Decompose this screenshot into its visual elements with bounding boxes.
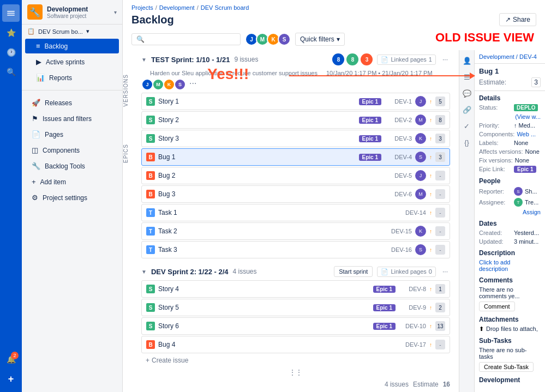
issue-row-dev6[interactable]: B Bug 3 DEV-6 M ↑ - bbox=[141, 185, 450, 203]
description-placeholder[interactable]: Click to add description bbox=[479, 259, 541, 272]
panel-icon-person[interactable]: 👤 bbox=[461, 55, 473, 67]
issue-name: Bug 4 bbox=[158, 341, 276, 348]
backlog-icon: ≡ bbox=[36, 42, 40, 50]
sidebar-item-components[interactable]: ◫ Components bbox=[25, 143, 119, 158]
team-more-icon[interactable]: ··· bbox=[189, 79, 196, 91]
icon-sidebar: ⭐ 🕐 🔍 🔔 2 + bbox=[0, 0, 22, 392]
estimate-label: Estimate: bbox=[479, 79, 506, 86]
no-subtasks-text: There are no sub-tasks bbox=[479, 347, 541, 360]
epic-badge: Epic 1 bbox=[373, 323, 396, 330]
sprint-1-toggle: ▼ bbox=[141, 57, 147, 63]
issue-row-dev8[interactable]: S Story 4 Epic 1 DEV-8 ↑ 1 bbox=[141, 280, 450, 298]
issue-avatar: J bbox=[415, 170, 426, 181]
estimate-value[interactable]: 3 bbox=[531, 77, 541, 87]
issue-id: DEV-3 bbox=[385, 135, 412, 142]
breadcrumb-development[interactable]: Development bbox=[159, 4, 195, 11]
description-field[interactable]: Click to add description bbox=[475, 258, 545, 273]
recent-icon[interactable]: 🕐 bbox=[2, 44, 20, 61]
issue-name: Bug 3 bbox=[158, 190, 268, 198]
star-icon[interactable]: ⭐ bbox=[2, 24, 20, 41]
issue-row-dev4[interactable]: B Bug 1 Epic 1 DEV-4 S ↑ 3 bbox=[141, 148, 450, 166]
panel-icon-link[interactable]: 🔗 bbox=[461, 104, 473, 116]
issue-avatar: M bbox=[415, 189, 426, 200]
sprint-2-linked-pages[interactable]: 📄 Linked pages 0 bbox=[377, 267, 436, 277]
comment-button[interactable]: Comment bbox=[479, 301, 515, 311]
epic-field: Epic Link: Epic 1 bbox=[475, 165, 545, 174]
updated-field: Updated: 3 minut... bbox=[475, 237, 545, 246]
share-button[interactable]: ↗ Share bbox=[499, 13, 536, 26]
backlog-tools-icon: 🔧 bbox=[32, 162, 40, 170]
avatar-4[interactable]: S bbox=[278, 33, 291, 46]
sprint-1-header[interactable]: ▼ TEST Sprint: 1/10 - 1/21 9 issues 8 8 … bbox=[141, 50, 450, 69]
issue-row-dev3[interactable]: S Story 3 Epic 1 DEV-3 K ↑ 3 bbox=[141, 130, 450, 147]
sidebar-item-issues[interactable]: ⚑ Issues and filters bbox=[25, 111, 119, 126]
issue-row-dev15[interactable]: T Task 2 DEV-15 K ↑ - bbox=[141, 222, 450, 240]
team-avatar-4[interactable]: S bbox=[174, 79, 186, 91]
search-box[interactable]: 🔍 bbox=[131, 33, 241, 45]
create-issue-sprint2[interactable]: +Create issue bbox=[141, 354, 450, 366]
project-header[interactable]: 🔧 Development Software project ▾ bbox=[22, 0, 122, 25]
issue-row-dev5[interactable]: B Bug 2 DEV-5 J ↑ - bbox=[141, 167, 450, 184]
priority-icon: ↑ bbox=[429, 173, 432, 179]
avatar-group: J M K S bbox=[245, 33, 291, 46]
panel-breadcrumb[interactable]: Development / DEV-4 bbox=[479, 53, 537, 60]
separator[interactable]: ⋮⋮ bbox=[141, 366, 450, 378]
notification-icon[interactable]: 🔔 2 bbox=[2, 351, 20, 368]
team-avatar-2[interactable]: M bbox=[152, 79, 164, 91]
sidebar-item-reports[interactable]: 📊 Reports bbox=[25, 70, 119, 85]
sprint-1-more[interactable]: ··· bbox=[440, 55, 450, 64]
sidebar-item-pages[interactable]: 📄 Pages bbox=[25, 127, 119, 142]
home-icon[interactable] bbox=[2, 4, 20, 22]
breadcrumb-projects[interactable]: Projects bbox=[131, 4, 153, 11]
sprint-1-dates: 10/Jan/20 1:17 PM • 21/Jan/20 1:17 PM bbox=[326, 70, 433, 76]
issue-row-dev9[interactable]: S Story 5 Epic 1 DEV-9 ↑ 2 bbox=[141, 299, 450, 316]
panel-icon-code[interactable]: {} bbox=[461, 136, 473, 148]
panel-icon-chat[interactable]: 💬 bbox=[461, 87, 473, 99]
nav-sidebar: 🔧 Development Software project ▾ 📋 DEV S… bbox=[22, 0, 123, 392]
issue-row-dev1[interactable]: S Story 1 Epic 1 DEV-1 J ↑ 5 bbox=[141, 93, 450, 110]
issue-row-dev17[interactable]: B Bug 4 DEV-17 ↑ - bbox=[141, 336, 450, 353]
panel-icon-list[interactable]: ☰ bbox=[461, 71, 473, 83]
breadcrumb-board[interactable]: DEV Scrum board bbox=[201, 4, 249, 11]
sidebar-item-settings[interactable]: ⚙ Project settings bbox=[25, 190, 119, 205]
search-icon[interactable]: 🔍 bbox=[2, 63, 20, 81]
no-comments-field: There are no comments ye... bbox=[475, 285, 545, 300]
start-sprint-button[interactable]: Start sprint bbox=[334, 266, 373, 277]
sidebar-item-backlog[interactable]: ≡ Backlog bbox=[25, 39, 119, 53]
priority-field: Priority: ↑ Med... bbox=[475, 121, 545, 130]
board-name: DEV Scrum bo... bbox=[38, 28, 83, 35]
epics-label: EPICS bbox=[123, 142, 133, 165]
create-subtask-button[interactable]: Create Sub-Task bbox=[479, 362, 534, 372]
comment-btn-row[interactable]: Comment bbox=[475, 300, 545, 312]
issue-row-dev10[interactable]: S Story 6 Epic 1 DEV-10 ↑ 13 bbox=[141, 317, 450, 335]
sidebar-item-releases[interactable]: 🚀 Releases bbox=[25, 95, 119, 110]
assign-link[interactable]: Assign bbox=[523, 209, 541, 215]
sidebar-item-active-sprints[interactable]: ▶ Active sprints bbox=[25, 55, 119, 69]
drop-files-row[interactable]: ⬆ Drop files to attach, bbox=[475, 324, 545, 334]
components-label: Components bbox=[43, 147, 80, 154]
sprint-2-header[interactable]: ▼ DEV Sprint 2: 1/22 - 2/4 4 issues Star… bbox=[141, 263, 450, 280]
board-header[interactable]: 📋 DEV Scrum bo... ▾ bbox=[22, 25, 122, 38]
issue-row-dev14[interactable]: T Task 1 DEV-14 ↑ - bbox=[141, 204, 450, 221]
sprint-2-more[interactable]: ··· bbox=[440, 267, 450, 276]
sidebar-item-backlog-tools[interactable]: 🔧 Backlog Tools bbox=[25, 159, 119, 173]
issue-row-dev2[interactable]: S Story 2 Epic 1 DEV-2 M ↑ 8 bbox=[141, 111, 450, 129]
search-input[interactable] bbox=[147, 35, 236, 43]
issue-row-dev16[interactable]: T Task 3 DEV-16 S ↑ - bbox=[141, 241, 450, 258]
panel-icon-check[interactable]: ✓ bbox=[461, 120, 473, 132]
issue-id: DEV-10 bbox=[399, 323, 426, 329]
add-icon[interactable]: + bbox=[2, 370, 20, 388]
status-view-link[interactable]: (View w... bbox=[515, 113, 541, 120]
team-avatar-1[interactable]: J bbox=[141, 79, 153, 91]
sprint-1-linked-pages[interactable]: 📄 Linked pages 1 bbox=[377, 55, 436, 65]
issue-name: Story 3 bbox=[158, 135, 356, 142]
team-avatar-3[interactable]: K bbox=[163, 79, 175, 91]
epic-link-value[interactable]: Epic 1 bbox=[514, 166, 536, 173]
sidebar-item-add[interactable]: + Add item bbox=[25, 174, 119, 189]
quick-filters-button[interactable]: Quick filters ▾ bbox=[295, 33, 345, 46]
created-value: Yesterd... bbox=[514, 230, 539, 236]
components-value[interactable]: Web ... bbox=[517, 131, 536, 137]
create-subtask-row[interactable]: Create Sub-Task bbox=[475, 361, 545, 373]
status-value[interactable]: DEPLO bbox=[514, 104, 538, 111]
panel-header: Development / DEV-4 bbox=[475, 50, 545, 64]
